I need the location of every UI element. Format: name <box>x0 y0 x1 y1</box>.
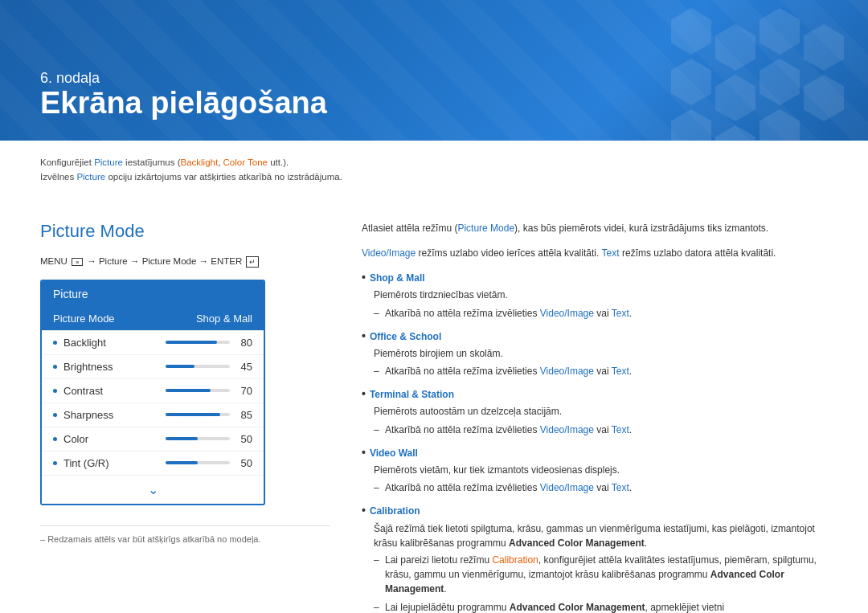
subtitle-colortone: Color Tone <box>223 157 268 167</box>
office-school-sub-item: Atkarībā no attēla režīma izvēlieties Vi… <box>374 364 828 379</box>
color-row[interactable]: Color 50 <box>42 427 264 452</box>
picture-mode-row[interactable]: Picture Mode Shop & Mall <box>42 307 264 331</box>
video-wall-desc: Piemērots vietām, kur tiek izmantots vid… <box>374 463 828 478</box>
shop-mall-sub-item: Atkarībā no attēla režīma izvēlieties Vi… <box>374 306 828 321</box>
scroll-down-button[interactable]: ⌄ <box>42 476 264 504</box>
contrast-bar <box>166 389 230 392</box>
sharpness-value: 85 <box>236 409 252 421</box>
brightness-dot <box>53 365 57 369</box>
acm-ref3: Advanced Color Management <box>510 602 645 613</box>
shop-mall-title: Shop & Mall <box>362 271 828 286</box>
picture-mode-value: Shop & Mall <box>196 313 252 325</box>
list-item-shop-mall: Shop & Mall Piemērots tirdzniecības viet… <box>362 271 828 321</box>
contrast-label: Contrast <box>63 385 144 397</box>
backlight-fill <box>166 341 217 344</box>
tint-bar <box>166 461 230 464</box>
panel-header: Picture <box>42 281 264 307</box>
office-school-sub: Atkarībā no attēla režīma izvēlieties Vi… <box>374 364 828 379</box>
video-image-link4: Video/Image <box>540 482 594 493</box>
list-item-calibration: Calibration Šajā režīmā tiek lietoti spi… <box>362 504 828 613</box>
contrast-dot <box>53 389 57 393</box>
video-image-link1: Video/Image <box>540 308 594 319</box>
brightness-label: Brightness <box>63 361 144 373</box>
calibration-sub-list: Lai pareizi lietotu režīmu Calibration, … <box>374 553 828 613</box>
backlight-value: 80 <box>236 337 252 349</box>
right-intro2: Video/Image režīms uzlabo video ierīces … <box>362 246 828 261</box>
sharpness-label: Sharpness <box>63 409 144 421</box>
color-bar <box>166 437 230 440</box>
picture-mode-ref: Picture Mode <box>457 223 514 234</box>
shop-mall-label: Shop & Mall <box>370 271 425 286</box>
shop-mall-sub: Atkarībā no attēla režīma izvēlieties Vi… <box>374 306 828 321</box>
backlight-row[interactable]: Backlight 80 <box>42 331 264 355</box>
video-image-link2: Video/Image <box>540 366 594 377</box>
picture-panel: Picture Picture Mode Shop & Mall Backlig… <box>40 280 265 505</box>
text-link1: Text <box>612 308 629 319</box>
subtitle-backlight: Backlight <box>181 157 219 167</box>
list-item-office-school: Office & School Piemērots birojiem un sk… <box>362 329 828 380</box>
office-school-title: Office & School <box>362 329 828 345</box>
list-item-terminal-station: Terminal & Station Piemērots autoostām u… <box>362 387 828 438</box>
picture-mode-label: Picture Mode <box>53 313 133 325</box>
subtitle-line1-pre: Konfigurējiet <box>40 157 94 167</box>
tint-slider[interactable]: 50 <box>166 457 252 469</box>
office-school-desc: Piemērots birojiem un skolām. <box>374 346 828 362</box>
color-slider[interactable]: 50 <box>166 433 252 445</box>
text-link2: Text <box>612 366 629 377</box>
backlight-slider[interactable]: 80 <box>166 337 252 349</box>
list-item-video-wall: Video Wall Piemērots vietām, kur tiek iz… <box>362 446 828 497</box>
terminal-station-label: Terminal & Station <box>370 387 454 403</box>
brightness-bar <box>166 365 230 368</box>
calibration-ref: Calibration <box>492 554 538 566</box>
backlight-label: Backlight <box>63 337 144 349</box>
contrast-slider[interactable]: 70 <box>166 385 252 397</box>
terminal-station-sub: Atkarībā no attēla režīma izvēlieties Vi… <box>374 423 828 438</box>
backlight-dot <box>53 341 57 345</box>
sharpness-slider[interactable]: 85 <box>166 409 252 421</box>
color-label: Color <box>63 433 144 445</box>
tint-label: Tint (G/R) <box>63 457 144 469</box>
header-banner: 6. nodaļa Ekrāna pielāgošana <box>0 0 868 141</box>
terminal-station-desc: Piemērots autoostām un dzelzceļa stacijā… <box>374 404 828 419</box>
tint-row[interactable]: Tint (G/R) 50 <box>42 452 264 476</box>
tint-dot <box>53 461 57 465</box>
video-image-link3: Video/Image <box>540 424 594 435</box>
terminal-station-title: Terminal & Station <box>362 387 828 403</box>
sharpness-fill <box>166 413 220 416</box>
contrast-row[interactable]: Contrast 70 <box>42 379 264 403</box>
contrast-fill <box>166 389 211 392</box>
subtitle-line2: Izvēlnes Picture opciju izkārtojums var … <box>40 170 828 184</box>
color-fill <box>166 437 198 440</box>
calibration-label: Calibration <box>370 504 420 519</box>
shop-mall-desc: Piemērots tirdzniecības vietām. <box>374 288 828 303</box>
brightness-row[interactable]: Brightness 45 <box>42 355 264 379</box>
main-title: Ekrāna pielāgošana <box>40 87 327 121</box>
sharpness-row[interactable]: Sharpness 85 <box>42 403 264 427</box>
video-wall-sub-item: Atkarībā no attēla režīma izvēlieties Vi… <box>374 480 828 496</box>
sharpness-bar <box>166 413 230 416</box>
subtitle-picture1: Picture <box>94 157 123 167</box>
left-column: Picture Mode MENU ≡ → Picture → Picture … <box>40 221 330 613</box>
header-title: 6. nodaļa Ekrāna pielāgošana <box>40 70 327 121</box>
chapter-label: 6. nodaļa <box>40 70 327 87</box>
calibration-sub-item2: Lai lejupielādētu programmu Advanced Col… <box>374 600 828 613</box>
brightness-fill <box>166 365 194 368</box>
menu-icon: ≡ <box>72 258 83 266</box>
calibration-sub-item1: Lai pareizi lietotu režīmu Calibration, … <box>374 553 828 596</box>
bullet-list: Shop & Mall Piemērots tirdzniecības viet… <box>362 271 828 613</box>
video-wall-sub: Atkarībā no attēla režīma izvēlieties Vi… <box>374 480 828 496</box>
subtitle-area: Konfigurējiet Picture iestatījumus (Back… <box>0 141 868 205</box>
brightness-value: 45 <box>236 361 252 373</box>
brightness-slider[interactable]: 45 <box>166 361 252 373</box>
enter-icon: ↵ <box>246 256 259 268</box>
menu-path: MENU ≡ → Picture → Picture Mode → ENTER … <box>40 256 330 268</box>
section-title: Picture Mode <box>40 221 330 242</box>
right-intro1: Atlasiet attēla režīmu (Picture Mode), k… <box>362 221 828 236</box>
text-link3: Text <box>612 424 629 435</box>
video-wall-title: Video Wall <box>362 446 828 461</box>
video-wall-label: Video Wall <box>370 446 418 461</box>
subtitle-picture2: Picture <box>76 172 105 182</box>
tint-value: 50 <box>236 457 252 469</box>
calibration-desc: Šajā režīmā tiek lietoti spilgtuma, krās… <box>374 521 828 550</box>
acm-ref1: Advanced Color Management <box>509 537 645 549</box>
